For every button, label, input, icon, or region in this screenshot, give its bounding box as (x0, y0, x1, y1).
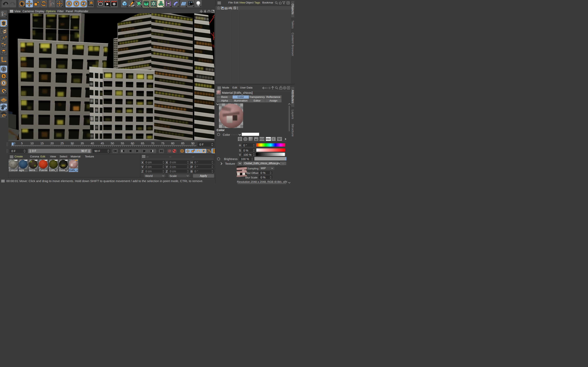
svg-text:X: X (68, 2, 70, 6)
svg-text:75: 75 (161, 142, 164, 145)
svg-text:20: 20 (51, 142, 54, 145)
svg-text:65: 65 (141, 142, 144, 145)
svg-text:45: 45 (101, 142, 104, 145)
svg-text:S: S (3, 81, 4, 85)
svg-text:80: 80 (171, 142, 174, 145)
svg-text:35: 35 (81, 142, 84, 145)
svg-text:50: 50 (111, 142, 114, 145)
svg-text:5: 5 (21, 142, 23, 145)
svg-text:S: S (3, 67, 5, 71)
svg-text:0: 0 (14, 142, 15, 145)
svg-text:10: 10 (30, 142, 34, 145)
svg-text:70: 70 (151, 142, 154, 145)
svg-text:55: 55 (121, 142, 124, 145)
svg-text:85: 85 (181, 142, 184, 145)
svg-text:P: P (203, 150, 205, 152)
svg-text:40: 40 (91, 142, 94, 145)
svg-text:25: 25 (61, 142, 64, 145)
svg-text:S: S (3, 75, 5, 78)
svg-text:Y: Y (75, 2, 78, 6)
svg-text:15: 15 (40, 142, 44, 145)
svg-text:Z: Z (82, 2, 85, 6)
